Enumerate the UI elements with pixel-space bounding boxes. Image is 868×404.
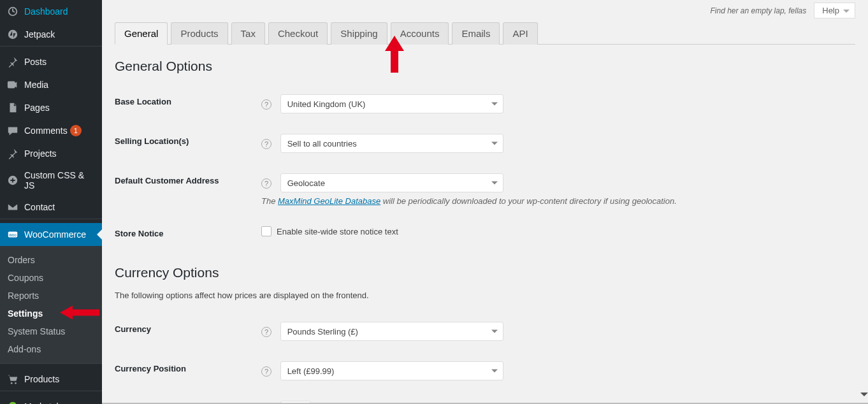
submenu-label: Settings bbox=[8, 308, 43, 319]
cart-icon bbox=[6, 373, 19, 386]
woocommerce-submenu: Orders Coupons Reports Settings System S… bbox=[0, 246, 102, 363]
sidebar-separator bbox=[0, 219, 102, 219]
sidebar-item-pages[interactable]: Pages bbox=[0, 96, 102, 119]
svg-point-5 bbox=[15, 382, 17, 384]
dashboard-icon bbox=[6, 5, 19, 18]
arrow-up-annotation-icon bbox=[385, 36, 404, 73]
sidebar-item-marketplace[interactable]: Marketplace bbox=[0, 395, 102, 404]
sidebar-label: Products bbox=[24, 374, 59, 384]
selling-locations-label: Selling Location(s) bbox=[115, 124, 255, 163]
main-content: Find her an empty lap, fellas Help Gener… bbox=[102, 0, 868, 404]
hint-text: will be periodically downloaded to your … bbox=[380, 196, 677, 206]
sidebar-label: Posts bbox=[24, 57, 47, 67]
currency-position-select[interactable]: Left (£99.99) bbox=[280, 361, 503, 380]
help-tip-icon[interactable]: ? bbox=[261, 139, 271, 149]
sidebar-label: Pages bbox=[24, 103, 50, 113]
sidebar-item-contact[interactable]: Contact bbox=[0, 196, 102, 219]
sidebar-separator bbox=[0, 363, 102, 364]
sidebar-separator bbox=[0, 391, 102, 391]
sidebar-item-custom-css-js[interactable]: Custom CSS & JS bbox=[0, 165, 102, 196]
default-customer-address-label: Default Customer Address bbox=[115, 163, 255, 216]
currency-options-description: The following options affect how prices … bbox=[115, 291, 855, 300]
pushpin-icon bbox=[6, 147, 19, 160]
marketplace-icon bbox=[6, 400, 19, 404]
sidebar-item-dashboard[interactable]: Dashboard bbox=[0, 0, 102, 23]
tab-tax[interactable]: Tax bbox=[231, 22, 265, 45]
svg-point-0 bbox=[8, 30, 17, 39]
general-options-table: Base Location ? United Kingdom (UK) Sell… bbox=[115, 84, 855, 251]
tab-api[interactable]: API bbox=[503, 22, 537, 45]
sidebar-label: Contact bbox=[24, 202, 55, 212]
tab-general[interactable]: General bbox=[115, 22, 168, 45]
submenu-item-reports[interactable]: Reports bbox=[0, 287, 102, 305]
comments-icon bbox=[6, 124, 19, 137]
base-location-label: Base Location bbox=[115, 84, 255, 124]
base-location-select[interactable]: United Kingdom (UK) bbox=[280, 94, 503, 113]
help-dropdown-button[interactable]: Help bbox=[814, 3, 855, 18]
currency-options-heading: Currency Options bbox=[115, 265, 855, 280]
tagline-text: Find her an empty lap, fellas bbox=[711, 6, 807, 15]
currency-select[interactable]: Pounds Sterling (£) bbox=[280, 322, 503, 341]
sidebar-label: Custom CSS & JS bbox=[24, 170, 97, 191]
tab-emails[interactable]: Emails bbox=[452, 22, 500, 45]
sidebar-separator bbox=[0, 46, 102, 47]
sidebar-label: Comments bbox=[24, 126, 68, 136]
sidebar-item-jetpack[interactable]: Jetpack bbox=[0, 23, 102, 46]
svg-text:woo: woo bbox=[8, 233, 17, 237]
comments-count-badge: 1 bbox=[70, 125, 82, 136]
sidebar-item-products[interactable]: Products bbox=[0, 368, 102, 391]
tab-products[interactable]: Products bbox=[171, 22, 228, 45]
plus-circle-icon bbox=[6, 174, 19, 187]
store-notice-checkbox-label: Enable site-wide store notice text bbox=[277, 227, 398, 236]
envelope-icon bbox=[6, 201, 19, 213]
maxmind-link[interactable]: MaxMind GeoLite Database bbox=[278, 196, 380, 206]
sidebar-label: Media bbox=[24, 80, 48, 90]
svg-point-4 bbox=[11, 382, 13, 384]
currency-position-label: Currency Position bbox=[115, 351, 255, 391]
submenu-item-settings[interactable]: Settings bbox=[0, 305, 102, 322]
woocommerce-icon: woo bbox=[6, 228, 19, 241]
tab-shipping[interactable]: Shipping bbox=[331, 22, 387, 45]
admin-sidebar: Dashboard Jetpack Posts Media Pages Comm… bbox=[0, 0, 102, 404]
help-tip-icon[interactable]: ? bbox=[261, 366, 271, 377]
geolocation-hint: The MaxMind GeoLite Database will be per… bbox=[261, 196, 849, 206]
currency-label: Currency bbox=[115, 312, 255, 351]
help-tip-icon[interactable]: ? bbox=[261, 178, 271, 189]
jetpack-icon bbox=[6, 28, 19, 41]
pushpin-icon bbox=[6, 55, 19, 68]
scroll-down-indicator-icon[interactable] bbox=[860, 393, 868, 400]
sidebar-item-comments[interactable]: Comments 1 bbox=[0, 119, 102, 142]
store-notice-label: Store Notice bbox=[115, 216, 255, 251]
sidebar-item-posts[interactable]: Posts bbox=[0, 50, 102, 73]
media-icon bbox=[6, 78, 19, 91]
thousand-separator-label: Thousand Separator bbox=[115, 391, 255, 404]
sidebar-label: WooCommerce bbox=[24, 229, 86, 240]
arrow-left-annotation-icon bbox=[60, 306, 99, 322]
currency-options-table: Currency ? Pounds Sterling (£) Currency … bbox=[115, 312, 855, 404]
default-customer-address-select[interactable]: Geolocate bbox=[280, 173, 503, 192]
pages-icon bbox=[6, 101, 19, 114]
submenu-item-coupons[interactable]: Coupons bbox=[0, 269, 102, 287]
sidebar-label: Jetpack bbox=[24, 29, 55, 40]
submenu-item-addons[interactable]: Add-ons bbox=[0, 340, 102, 358]
sidebar-label: Marketplace bbox=[24, 401, 73, 404]
sidebar-item-projects[interactable]: Projects bbox=[0, 142, 102, 165]
store-notice-checkbox[interactable] bbox=[261, 226, 271, 236]
selling-locations-select[interactable]: Sell to all countries bbox=[280, 134, 503, 153]
general-options-heading: General Options bbox=[115, 59, 855, 74]
sidebar-label: Projects bbox=[24, 148, 57, 159]
help-tip-icon[interactable]: ? bbox=[261, 327, 271, 337]
sidebar-item-woocommerce[interactable]: woo WooCommerce bbox=[0, 223, 102, 246]
hint-text: The bbox=[261, 196, 278, 206]
sidebar-item-media[interactable]: Media bbox=[0, 73, 102, 96]
top-bar: Find her an empty lap, fellas Help bbox=[115, 0, 855, 18]
help-tip-icon[interactable]: ? bbox=[261, 99, 271, 110]
tab-checkout[interactable]: Checkout bbox=[268, 22, 328, 45]
submenu-item-orders[interactable]: Orders bbox=[0, 251, 102, 269]
sidebar-label: Dashboard bbox=[24, 6, 68, 17]
submenu-item-system-status[interactable]: System Status bbox=[0, 322, 102, 340]
settings-tabs: General Products Tax Checkout Shipping A… bbox=[115, 18, 855, 45]
